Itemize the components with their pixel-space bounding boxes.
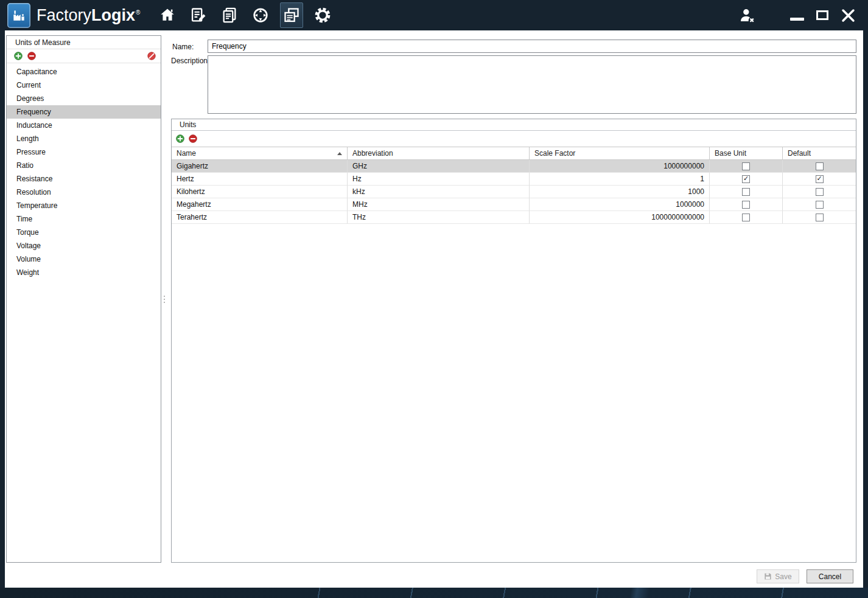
titlebar: FactoryLogix®: [0, 0, 868, 30]
default-checkbox[interactable]: [816, 214, 824, 221]
app-title-logix: Logix: [91, 6, 135, 24]
nav-settings-gear-icon[interactable]: [311, 2, 334, 28]
remove-icon: [27, 52, 36, 60]
default-checkbox[interactable]: [816, 175, 824, 183]
units-table-header: Name Abbreviation Scale Factor Base Unit…: [172, 147, 856, 160]
sidebar-item-frequency[interactable]: Frequency: [7, 105, 161, 119]
sidebar-item-inductance[interactable]: Inductance: [7, 119, 161, 132]
registered-mark: ®: [136, 9, 140, 16]
app-title-factory: Factory: [37, 6, 91, 24]
add-icon: [14, 52, 23, 60]
footer-actions: Save Cancel: [5, 569, 863, 586]
minimize-button[interactable]: [784, 2, 810, 28]
unit-abbr-cell: kHz: [348, 186, 530, 198]
sidebar-item-pressure[interactable]: Pressure: [7, 145, 161, 159]
units-table: Name Abbreviation Scale Factor Base Unit…: [172, 147, 856, 224]
add-unit-button[interactable]: [176, 134, 184, 143]
unit-name-cell: Hertz: [172, 173, 348, 186]
content-area: Units of Measure Capacitance Current Deg…: [5, 30, 863, 588]
maximize-icon: [816, 10, 828, 20]
sidebar-item-current[interactable]: Current: [7, 78, 161, 92]
minimize-icon: [790, 18, 804, 21]
default-checkbox[interactable]: [816, 162, 824, 170]
sort-ascending-icon: [337, 152, 342, 155]
nav-compass-icon[interactable]: [249, 2, 272, 28]
sidebar-item-degrees[interactable]: Degrees: [7, 92, 161, 105]
add-icon: [176, 134, 184, 143]
table-row-kilohertz[interactable]: Kilohertz kHz 1000: [172, 186, 856, 198]
remove-measure-button[interactable]: [27, 52, 36, 60]
close-icon: [840, 7, 856, 24]
sidebar-item-torque[interactable]: Torque: [7, 226, 161, 239]
name-input[interactable]: [208, 40, 856, 53]
sidebar-title: Units of Measure: [7, 36, 161, 49]
nav-home-icon[interactable]: [156, 2, 179, 28]
sidebar-item-resistance[interactable]: Resistance: [7, 172, 161, 186]
sidebar-toolbar: [7, 49, 161, 63]
unit-name-cell: Terahertz: [172, 211, 348, 224]
table-row-megahertz[interactable]: Megahertz MHz 1000000: [172, 198, 856, 211]
add-measure-button[interactable]: [14, 52, 23, 60]
close-button[interactable]: [835, 2, 861, 28]
maximize-button[interactable]: [810, 2, 835, 28]
unit-scale-cell: 1: [530, 173, 710, 186]
column-header-scale-factor[interactable]: Scale Factor: [530, 147, 710, 160]
factorylogix-logo-icon: [7, 3, 30, 28]
default-checkbox[interactable]: [816, 188, 824, 196]
unit-abbr-cell: THz: [348, 211, 530, 224]
sidebar-item-weight[interactable]: Weight: [7, 266, 161, 279]
unit-scale-cell: 1000000: [530, 198, 710, 211]
panel-splitter[interactable]: [162, 35, 167, 563]
save-button[interactable]: Save: [757, 569, 799, 583]
sidebar-item-length[interactable]: Length: [7, 132, 161, 145]
units-group-title: Units: [172, 119, 856, 131]
base-unit-checkbox[interactable]: [742, 188, 750, 196]
sidebar-item-resolution[interactable]: Resolution: [7, 186, 161, 199]
unit-scale-cell: 1000000000: [530, 160, 710, 173]
base-unit-checkbox[interactable]: [742, 175, 750, 183]
cancel-edit-button[interactable]: [147, 52, 156, 60]
measure-list: Capacitance Current Degrees Frequency In…: [7, 63, 161, 562]
default-checkbox[interactable]: [816, 201, 824, 209]
column-header-name[interactable]: Name: [172, 147, 348, 160]
column-header-abbreviation[interactable]: Abbreviation: [348, 147, 530, 160]
table-row-terahertz[interactable]: Terahertz THz 1000000000000: [172, 211, 856, 224]
unit-scale-cell: 1000000000000: [530, 211, 710, 224]
app-title: FactoryLogix®: [37, 6, 140, 25]
column-header-default[interactable]: Default: [783, 147, 856, 160]
table-row-hertz[interactable]: Hertz Hz 1: [172, 173, 856, 186]
user-signout-icon[interactable]: [738, 7, 756, 24]
remove-unit-button[interactable]: [189, 134, 197, 143]
sidebar-item-time[interactable]: Time: [7, 212, 161, 226]
factory-icon: [11, 7, 27, 23]
remove-icon: [189, 134, 197, 143]
sidebar-item-temperature[interactable]: Temperature: [7, 199, 161, 212]
unit-abbr-cell: MHz: [348, 198, 530, 211]
sidebar-item-ratio[interactable]: Ratio: [7, 159, 161, 172]
factorylogix-window: FactoryLogix®: [0, 0, 868, 598]
base-unit-checkbox[interactable]: [742, 201, 750, 209]
column-header-base-unit[interactable]: Base Unit: [710, 147, 783, 160]
sidebar-item-capacitance[interactable]: Capacitance: [7, 65, 161, 78]
cancel-button[interactable]: Cancel: [807, 569, 853, 583]
unit-abbr-cell: GHz: [348, 160, 530, 173]
save-icon: [764, 572, 772, 580]
description-textarea[interactable]: [208, 55, 856, 114]
unit-name-cell: Gigahertz: [172, 160, 348, 173]
base-unit-checkbox[interactable]: [742, 214, 750, 221]
units-toolbar: [172, 131, 856, 147]
sidebar-item-voltage[interactable]: Voltage: [7, 239, 161, 252]
nav-stacked-documents-icon[interactable]: [218, 2, 241, 28]
measure-detail-panel: Name: Description: Units Name A: [167, 35, 858, 563]
titlebar-right-controls: [738, 2, 861, 28]
nav-dashboard-icon[interactable]: [280, 2, 303, 28]
units-group: Units Name Abbreviation Scale Factor Bas…: [171, 119, 856, 563]
units-of-measure-panel: Units of Measure Capacitance Current Deg…: [6, 35, 161, 563]
description-label: Description:: [171, 57, 209, 65]
nav-document-edit-icon[interactable]: [187, 2, 210, 28]
save-button-label: Save: [775, 572, 791, 581]
base-unit-checkbox[interactable]: [742, 162, 750, 170]
sidebar-item-volume[interactable]: Volume: [7, 252, 161, 266]
unit-name-cell: Kilohertz: [172, 186, 348, 198]
table-row-gigahertz[interactable]: Gigahertz GHz 1000000000: [172, 160, 856, 173]
